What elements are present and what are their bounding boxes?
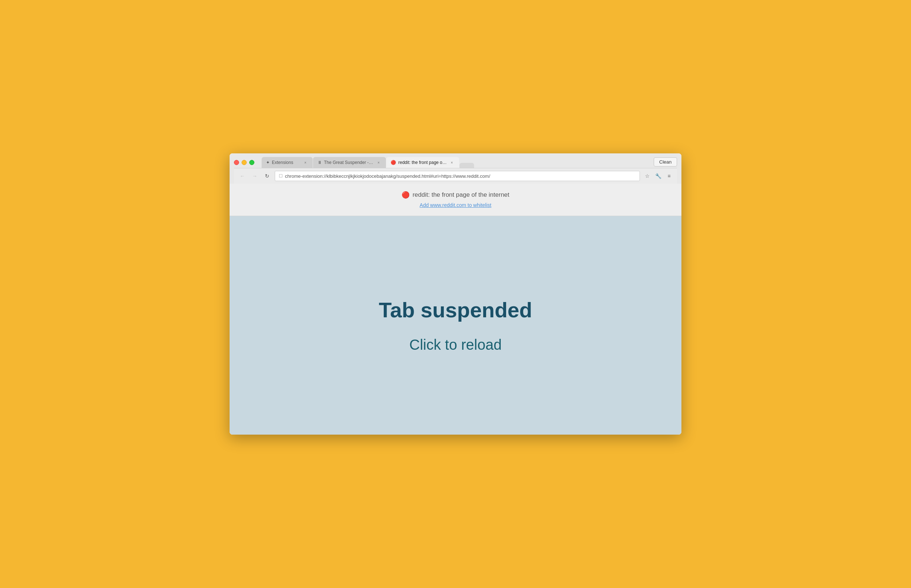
address-bar[interactable]: ☐ chrome-extension://klbibkeccnjlkjkiokj… (275, 171, 640, 181)
extensions-tab-icon: ✦ (266, 160, 270, 165)
tab-extensions[interactable]: ✦ Extensions × (262, 157, 313, 168)
tab-great-suspender-close[interactable]: × (376, 160, 381, 165)
title-bar-top: ✦ Extensions × ⏸ The Great Suspender - C… (234, 157, 677, 168)
toolbar-icons: ☆ 🔧 ≡ (643, 171, 674, 180)
tab-extensions-label: Extensions (272, 160, 300, 165)
click-to-reload-text: Click to reload (409, 337, 501, 353)
page-header: 🔴 reddit: the front page of the internet… (229, 184, 682, 216)
reload-button[interactable]: ↻ (262, 171, 272, 181)
tab-great-suspender-label: The Great Suspender - Ch… (324, 160, 373, 165)
page-title: reddit: the front page of the internet (412, 191, 509, 199)
traffic-lights (234, 160, 254, 165)
omnibox-row: ← → ↻ ☐ chrome-extension://klbibkeccnjlk… (234, 168, 677, 184)
minimize-button[interactable] (242, 160, 247, 165)
maximize-button[interactable] (249, 160, 254, 165)
star-icon[interactable]: ☆ (643, 171, 651, 180)
whitelist-link[interactable]: Add www.reddit.com to whitelist (420, 202, 491, 208)
suspended-content[interactable]: Tab suspended Click to reload (229, 216, 682, 435)
tab-empty[interactable] (459, 163, 474, 168)
tab-reddit-close[interactable]: × (449, 160, 455, 165)
tab-reddit-label: reddit: the front page of th… (398, 160, 447, 165)
tab-great-suspender[interactable]: ⏸ The Great Suspender - Ch… × (313, 157, 386, 168)
browser-window: ✦ Extensions × ⏸ The Great Suspender - C… (229, 153, 682, 435)
tabs-row: ✦ Extensions × ⏸ The Great Suspender - C… (262, 157, 649, 168)
address-text: chrome-extension://klbibkeccnjlkjkiokjod… (285, 173, 636, 179)
reddit-logo-icon: 🔴 (402, 191, 410, 199)
title-bar: ✦ Extensions × ⏸ The Great Suspender - C… (229, 153, 682, 184)
tab-suspended-heading: Tab suspended (379, 298, 532, 322)
forward-button[interactable]: → (250, 171, 260, 181)
address-bar-icon: ☐ (279, 173, 283, 179)
page-title-row: 🔴 reddit: the front page of the internet (237, 191, 674, 199)
back-button[interactable]: ← (237, 171, 247, 181)
great-suspender-tab-icon: ⏸ (317, 160, 322, 165)
clean-button[interactable]: Clean (654, 157, 677, 166)
reddit-tab-icon: 🔴 (391, 160, 396, 165)
tab-reddit[interactable]: 🔴 reddit: the front page of th… × (386, 157, 459, 168)
menu-icon[interactable]: ≡ (665, 171, 674, 180)
close-button[interactable] (234, 160, 239, 165)
extension-icon[interactable]: 🔧 (654, 171, 662, 180)
tab-extensions-close[interactable]: × (302, 160, 308, 165)
